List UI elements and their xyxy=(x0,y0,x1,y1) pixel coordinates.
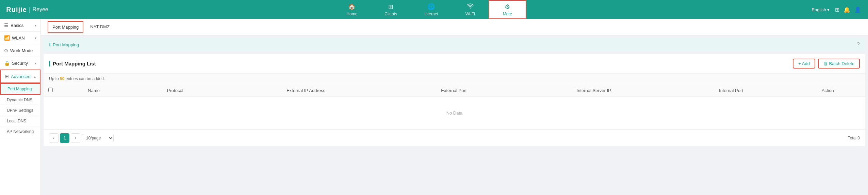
sidebar-item-workmode[interactable]: ⊙ Work Mode xyxy=(0,44,40,57)
top-nav: Ruijie | Reyee 🏠 Home ⊞ Clients 🌐 Intern… xyxy=(0,0,868,19)
th-name: Name xyxy=(57,84,130,97)
sidebar-sub-dynamic-dns[interactable]: Dynamic DNS xyxy=(0,95,40,105)
sidebar-sub-local-dns[interactable]: Local DNS xyxy=(0,116,40,126)
sidebar-item-basics[interactable]: ☰ Basics ▾ xyxy=(0,19,40,32)
sidebar-sub-upnp[interactable]: UPnP Settings xyxy=(0,105,40,116)
info-icon: ℹ xyxy=(49,42,51,47)
sub-port-mapping-label: Port Mapping xyxy=(7,87,32,91)
sub-dynamic-dns-label: Dynamic DNS xyxy=(7,97,32,102)
sidebar-item-security[interactable]: 🔒 Security ▾ xyxy=(0,57,40,70)
nav-home-label: Home xyxy=(346,12,357,16)
nav-wifi-label: Wi-Fi xyxy=(465,12,475,16)
hint-bar: Up to 50 entries can be added. xyxy=(44,74,865,84)
th-internal-port: Internal Port xyxy=(672,84,790,97)
nav-home[interactable]: 🏠 Home xyxy=(333,0,371,19)
no-data-row: No Data xyxy=(44,97,865,130)
basics-icon: ☰ xyxy=(4,22,9,28)
logo-area: Ruijie | Reyee xyxy=(0,6,54,14)
logo-divider: | xyxy=(29,6,31,13)
next-page-button[interactable]: › xyxy=(71,133,80,143)
advanced-arrow: ▴ xyxy=(34,75,36,78)
internet-icon: 🌐 xyxy=(427,3,435,11)
user-icon[interactable]: 👤 xyxy=(854,6,861,13)
th-checkbox xyxy=(44,84,57,97)
nav-internet[interactable]: 🌐 Internet xyxy=(411,0,452,19)
sub-ap-networking-label: AP Networking xyxy=(7,129,34,134)
clients-icon: ⊞ xyxy=(388,3,393,11)
sidebar-advanced-label: Advanced xyxy=(11,74,34,79)
advanced-icon: ⊞ xyxy=(5,74,9,79)
no-data-text: No Data xyxy=(44,97,865,130)
tab-nat-dmz[interactable]: NAT-DMZ xyxy=(85,20,115,34)
nav-internet-label: Internet xyxy=(424,12,438,16)
info-bar-left: ℹ Port Mapping xyxy=(49,42,79,47)
table-header-row: Name Protocol External IP Address Extern… xyxy=(44,84,865,97)
help-icon[interactable]: ? xyxy=(857,42,860,48)
info-bar-text: Port Mapping xyxy=(53,42,79,47)
sidebar-wlan-label: WLAN xyxy=(12,35,35,41)
th-protocol: Protocol xyxy=(130,84,220,97)
workmode-icon: ⊙ xyxy=(4,48,8,53)
layout: ☰ Basics ▾ 📶 WLAN ▾ ⊙ Work Mode 🔒 Securi… xyxy=(0,19,868,195)
total-text: Total 0 xyxy=(848,136,860,140)
th-action: Action xyxy=(790,84,865,97)
lang-arrow: ▾ xyxy=(827,7,830,12)
select-all-checkbox[interactable] xyxy=(48,88,53,92)
sidebar-item-advanced[interactable]: ⊞ Advanced ▴ xyxy=(0,70,40,83)
pagination-bar: ‹ 1 › 10/page 20/page 50/page Total 0 xyxy=(44,130,865,146)
nav-clients-label: Clients xyxy=(384,12,397,16)
wifi-icon xyxy=(467,3,474,11)
section-header: Port Mapping List + Add 🗑 Batch Delete xyxy=(44,54,865,74)
more-icon: ⚙ xyxy=(505,3,510,11)
home-icon: 🏠 xyxy=(348,3,356,11)
action-buttons: + Add 🗑 Batch Delete xyxy=(793,59,860,69)
nav-wifi[interactable]: Wi-Fi xyxy=(452,0,489,19)
sidebar-basics-label: Basics xyxy=(11,23,35,28)
sidebar-sub-port-mapping[interactable]: Port Mapping xyxy=(0,83,40,95)
wlan-icon: 📶 xyxy=(4,35,10,41)
sidebar-security-label: Security xyxy=(12,61,35,66)
sidebar-item-wlan[interactable]: 📶 WLAN ▾ xyxy=(0,32,40,44)
sidebar: ☰ Basics ▾ 📶 WLAN ▾ ⊙ Work Mode 🔒 Securi… xyxy=(0,19,41,195)
tab-port-mapping[interactable]: Port Mapping xyxy=(48,21,83,33)
section-title: Port Mapping List xyxy=(49,61,96,66)
wlan-arrow: ▾ xyxy=(35,36,36,40)
hint-prefix: Up to xyxy=(49,76,59,81)
tab-port-mapping-label: Port Mapping xyxy=(52,25,79,30)
basics-arrow: ▾ xyxy=(35,24,36,27)
bell-icon[interactable]: 🔔 xyxy=(844,6,850,13)
tabs-bar: Port Mapping NAT-DMZ xyxy=(41,19,868,35)
th-internal-ip: Internal Server IP xyxy=(516,84,672,97)
sub-local-dns-label: Local DNS xyxy=(7,119,26,123)
security-icon: 🔒 xyxy=(4,60,10,66)
info-bar: ℹ Port Mapping ? xyxy=(44,38,865,51)
data-table: Name Protocol External IP Address Extern… xyxy=(44,84,865,130)
tab-nat-dmz-label: NAT-DMZ xyxy=(90,24,110,29)
nav-items: 🏠 Home ⊞ Clients 🌐 Internet Wi-Fi xyxy=(54,0,805,19)
brand-name: Ruijie xyxy=(6,6,27,14)
add-button[interactable]: + Add xyxy=(793,59,815,69)
pagination-left: ‹ 1 › 10/page 20/page 50/page xyxy=(49,133,114,143)
nav-right: English ▾ ⊞ 🔔 👤 xyxy=(805,6,868,13)
nav-clients[interactable]: ⊞ Clients xyxy=(371,0,411,19)
brand-sub: Reyee xyxy=(32,6,48,13)
prev-page-button[interactable]: ‹ xyxy=(49,133,59,143)
sidebar-sub-ap-networking[interactable]: AP Networking xyxy=(0,126,40,137)
hint-suffix: entries can be added. xyxy=(66,76,105,81)
svg-point-0 xyxy=(470,7,471,8)
sub-upnp-label: UPnP Settings xyxy=(7,108,33,113)
language-selector[interactable]: English ▾ xyxy=(812,7,830,12)
language-label: English xyxy=(812,7,826,12)
th-external-port: External Port xyxy=(392,84,516,97)
security-arrow: ▾ xyxy=(35,61,36,65)
nav-right-icons: ⊞ 🔔 👤 xyxy=(835,6,861,13)
hint-count: 50 xyxy=(60,76,64,81)
page-size-select[interactable]: 10/page 20/page 50/page xyxy=(82,134,114,142)
th-external-ip: External IP Address xyxy=(220,84,392,97)
current-page-button[interactable]: 1 xyxy=(60,133,69,143)
batch-delete-button[interactable]: 🗑 Batch Delete xyxy=(818,59,860,69)
nav-more[interactable]: ⚙ More xyxy=(489,0,526,19)
grid-icon[interactable]: ⊞ xyxy=(835,6,839,13)
content-area: Port Mapping List + Add 🗑 Batch Delete U… xyxy=(44,54,865,146)
nav-more-label: More xyxy=(503,12,512,16)
